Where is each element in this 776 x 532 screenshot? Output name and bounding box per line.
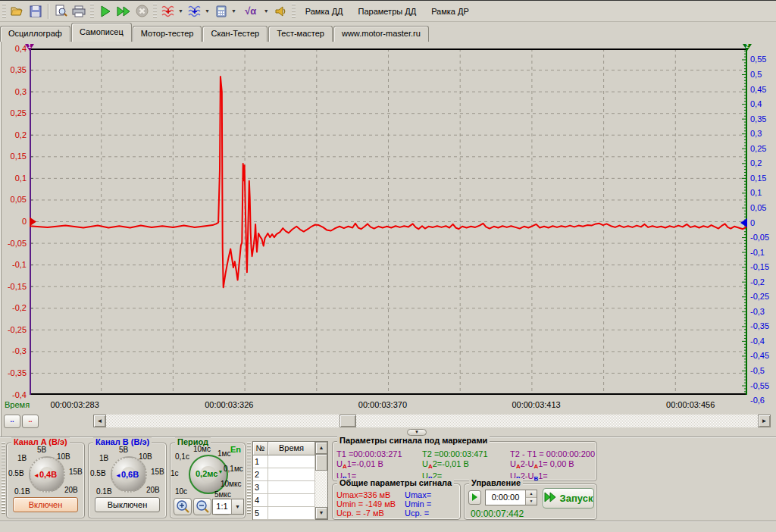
- channel-a-toggle-button[interactable]: Включен: [13, 497, 78, 512]
- save-button[interactable]: [27, 3, 45, 20]
- zoom-in-button[interactable]: [174, 498, 192, 515]
- right-axis-tick: -0,55: [750, 381, 769, 390]
- right-axis-tick: -0,6: [750, 396, 765, 405]
- panel-grip[interactable]: [2, 443, 5, 515]
- dial-label: 20В: [146, 486, 160, 494]
- left-axis-tick: -0,2: [1, 303, 27, 312]
- channel-a-group: Канал A (В/э) ◄0,4В 5В10В15В20В1В0.5В0.1…: [6, 443, 85, 518]
- tab-4[interactable]: Скан-Тестер: [202, 26, 268, 42]
- channel-b-dial[interactable]: ◄0,6В 5В10В15В20В1В0.5В0.1В: [90, 448, 166, 495]
- left-axis-tick: 0,25: [1, 108, 27, 117]
- right-axis-tick: 0,2: [750, 158, 762, 167]
- channel-a-dial[interactable]: ◄0,4В 5В10В15В20В1В0.5В0.1В: [8, 448, 84, 495]
- tab-6[interactable]: www.motor-master.ru: [333, 26, 429, 42]
- ramka-dd-button[interactable]: Рамка ДД: [298, 5, 351, 18]
- period-group: Период En 0,2мс▼ 10мс1мс0,1мс10мкс5мкс0,…: [170, 443, 246, 518]
- table-scroll-up-button[interactable]: ▲: [315, 442, 327, 454]
- table-scroll-thumb[interactable]: [315, 454, 327, 471]
- common-params-channel-a: Umax=336 мВUmin = -149 мВUср. = -7 мВ: [336, 490, 396, 518]
- right-axis-tick: -0,35: [750, 321, 769, 330]
- row-number: 2: [253, 468, 268, 481]
- chevron-down-icon[interactable]: ▼: [205, 8, 210, 14]
- toolbar-grip[interactable]: [292, 4, 296, 19]
- table-header-num[interactable]: №: [253, 442, 268, 455]
- right-axis-tick: 0,55: [750, 55, 766, 64]
- toolbar-grip[interactable]: [153, 4, 157, 19]
- left-axis-tick: 0,35: [1, 65, 27, 74]
- right-axis-tick: -0,25: [750, 292, 769, 301]
- spin-up-button[interactable]: ▲: [526, 490, 537, 498]
- right-axis-tick: 0,15: [750, 174, 766, 183]
- left-axis-tick: 0,1: [1, 174, 27, 183]
- ramka-dr-button[interactable]: Рамка ДР: [424, 5, 477, 18]
- channel-b-value: ◄0,6В: [115, 470, 139, 479]
- time-scrollbar-track[interactable]: [106, 415, 758, 427]
- toolbar-grip[interactable]: [90, 4, 94, 19]
- zoom-in-icon: [176, 499, 189, 515]
- status-bar: [0, 521, 776, 532]
- oscillogram-plot[interactable]: [30, 49, 747, 395]
- marker-2-goto-button[interactable]: ..: [22, 415, 39, 428]
- scroll-left-button[interactable]: ◄: [93, 415, 106, 427]
- control-play-button[interactable]: [468, 490, 481, 505]
- table-scrollbar[interactable]: ▲ ▼: [315, 442, 327, 519]
- time-scrollbar-thumb[interactable]: [340, 415, 356, 427]
- dial-label: 15В: [69, 468, 83, 476]
- table-scroll-down-button[interactable]: ▼: [315, 507, 327, 519]
- dial-label: 0.5В: [8, 469, 24, 477]
- open-button[interactable]: [8, 3, 27, 20]
- left-axis-tick: -0,3: [1, 346, 27, 355]
- spin-down-button[interactable]: ▼: [526, 498, 537, 505]
- dial-label: 1с: [171, 469, 179, 477]
- calculator-button[interactable]: [212, 3, 230, 20]
- record-time-spinner[interactable]: 0:00:00 ▲ ▼: [485, 490, 537, 505]
- fast-start-button[interactable]: [114, 3, 133, 20]
- channel-b-toggle-button[interactable]: Выключен: [95, 497, 160, 512]
- chevron-down-icon[interactable]: ▼: [178, 8, 183, 14]
- params-dd-button[interactable]: Параметры ДД: [351, 5, 424, 18]
- time-tick: 00:00:03:456: [666, 400, 715, 409]
- controls-panel: Канал A (В/э) ◄0,4В 5В10В15В20В1В0.5В0.1…: [0, 437, 776, 521]
- toolbar-grip[interactable]: [2, 4, 6, 19]
- print-button[interactable]: [70, 3, 88, 20]
- chevron-down-icon[interactable]: ▼: [264, 8, 269, 14]
- channel-a-signal-button[interactable]: [159, 3, 177, 20]
- math-function-button[interactable]: √α: [239, 3, 263, 20]
- tab-3[interactable]: Мотор-тестер: [133, 26, 202, 42]
- tab-1[interactable]: Осциллограф: [0, 26, 70, 42]
- record-time-value[interactable]: 0:00:00: [486, 490, 525, 505]
- tab-5[interactable]: Тест-мастер: [268, 26, 333, 42]
- left-axis-tick: 0,05: [1, 195, 27, 204]
- collapse-panel-button[interactable]: ▼: [407, 429, 427, 436]
- tab-2[interactable]: Самописец: [71, 23, 132, 42]
- marker-1-goto-button[interactable]: ..: [4, 415, 20, 428]
- chevron-down-icon[interactable]: ▼: [231, 8, 236, 14]
- panel-grip[interactable]: [247, 443, 251, 515]
- left-axis-tick: -0,35: [1, 368, 27, 377]
- dial-label: 1В: [99, 454, 108, 462]
- period-dial[interactable]: 0,2мс▼ 10мс1мс0,1мс10мкс5мкс0,1с1с10с: [171, 448, 246, 496]
- left-axis-tick: -0,25: [1, 325, 27, 334]
- common-params-group: Общие параметры сигнала Umax=336 мВUmin …: [332, 483, 461, 520]
- left-axis-tick: 0,2: [1, 130, 27, 139]
- dial-label: 0,1с: [175, 452, 189, 461]
- dial-label: 1В: [17, 454, 27, 462]
- start-acquisition-button[interactable]: [96, 3, 114, 20]
- chevron-down-icon[interactable]: ▼: [231, 499, 243, 514]
- channel-b-signal-button[interactable]: [186, 3, 204, 20]
- table-header-time[interactable]: Время: [268, 442, 315, 455]
- right-axis-tick: -0,4: [750, 336, 765, 346]
- stop-button[interactable]: [133, 3, 151, 20]
- right-axis-tick: -0,2: [750, 277, 765, 286]
- print-preview-button[interactable]: [52, 3, 70, 20]
- start-button-label: Запуск: [560, 493, 593, 504]
- sound-button[interactable]: [271, 3, 289, 20]
- dial-label: 10мс: [193, 445, 211, 453]
- zoom-out-button[interactable]: [193, 498, 211, 515]
- start-recording-button[interactable]: Запуск: [543, 488, 594, 509]
- dial-label: 10В: [139, 452, 152, 461]
- time-tick: 00:00:03:370: [358, 400, 407, 409]
- scale-ratio-dropdown[interactable]: 1:1 ▼: [212, 499, 244, 515]
- scroll-right-button[interactable]: ►: [758, 415, 771, 427]
- right-axis-tick: 0: [750, 218, 755, 227]
